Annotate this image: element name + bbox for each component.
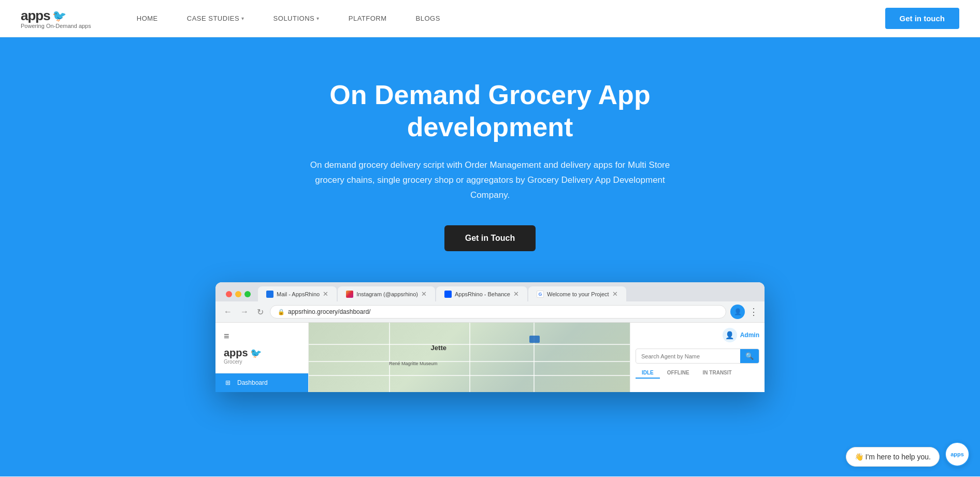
logo-word: apps — [21, 8, 50, 24]
chevron-down-icon: ▾ — [316, 16, 320, 21]
sidebar-item-dashboard[interactable]: ⊞ Dashboard — [215, 373, 308, 392]
agent-tab-in-transit[interactable]: IN TRANSIT — [697, 368, 738, 379]
navbar-cta: Get in touch — [885, 8, 960, 29]
browser-frame: Mail - AppsRhino ✕ Instagram (@appsrhino… — [215, 282, 765, 392]
google-tab-icon: G — [537, 291, 544, 298]
map-city-label: Jette — [431, 344, 446, 352]
hero-section: On Demand Grocery App development On dem… — [0, 37, 980, 476]
nav-item-platform[interactable]: PLATFORM — [334, 0, 401, 37]
nav-links: HOME CASE STUDIES ▾ SOLUTIONS ▾ PLATFORM… — [122, 0, 885, 37]
mail-tab-icon — [266, 291, 273, 298]
instagram-tab-icon — [346, 291, 353, 298]
nav-item-home[interactable]: HOME — [122, 0, 172, 37]
close-icon[interactable]: ✕ — [421, 290, 427, 298]
browser-tab-mail[interactable]: Mail - AppsRhino ✕ — [258, 286, 337, 301]
agent-tab-idle[interactable]: IDLE — [636, 368, 660, 379]
sidebar-logo: ≡ apps 🐦 Grocery — [215, 323, 308, 373]
nav-item-case-studies[interactable]: CASE STUDIES ▾ — [172, 0, 259, 37]
map-placeholder: Jette René Magritte Museum — [309, 323, 630, 392]
behance-tab-icon — [444, 291, 452, 298]
traffic-lights — [220, 291, 257, 297]
tab-label-instagram: Instagram (@appsrhino) — [356, 291, 418, 297]
browser-refresh-button[interactable]: ↻ — [255, 306, 266, 318]
traffic-light-green[interactable] — [244, 291, 251, 297]
traffic-light-yellow[interactable] — [235, 291, 241, 297]
browser-back-button[interactable]: ← — [222, 306, 234, 317]
search-agent-button[interactable]: 🔍 — [740, 349, 759, 363]
browser-tab-instagram[interactable]: Instagram (@appsrhino) ✕ — [338, 286, 435, 301]
close-icon[interactable]: ✕ — [513, 290, 519, 298]
hero-cta-button[interactable]: Get in Touch — [444, 225, 536, 251]
sidebar-bird-icon: 🐦 — [250, 348, 262, 359]
tab-label-mail: Mail - AppsRhino — [277, 291, 320, 297]
browser-menu-icon[interactable]: ⋮ — [749, 306, 758, 317]
lock-icon: 🔒 — [278, 309, 285, 315]
app-sidebar: ≡ apps 🐦 Grocery ⊞ Dashboard — [215, 323, 309, 392]
browser-forward-button[interactable]: → — [238, 306, 251, 317]
browser-tab-google[interactable]: G Welcome to your Project ✕ — [528, 286, 626, 301]
hamburger-icon[interactable]: ≡ — [224, 331, 229, 342]
tab-label-behance: AppsRhino - Behance — [455, 291, 510, 297]
hero-title: On Demand Grocery App development — [309, 79, 671, 143]
map-view: Jette René Magritte Museum — [309, 323, 630, 392]
dashboard-icon: ⊞ — [224, 379, 232, 387]
chat-bubble: 👋 I'm here to help you. — [846, 447, 940, 467]
map-marker — [529, 336, 540, 343]
chat-avatar-button[interactable]: apps — [945, 442, 970, 467]
chevron-down-icon: ▾ — [241, 16, 244, 21]
search-agent-bar: 🔍 — [636, 349, 759, 364]
logo-bird-icon: 🐦 — [52, 9, 66, 23]
get-in-touch-button[interactable]: Get in touch — [885, 8, 960, 29]
sidebar-logo-word: apps — [224, 347, 248, 359]
admin-avatar-icon: 👤 — [723, 328, 737, 342]
hero-subtitle: On demand grocery delivery script with O… — [304, 158, 676, 203]
navbar: apps 🐦 Powering On-Demand apps HOME CASE… — [0, 0, 980, 37]
logo-tagline: Powering On-Demand apps — [21, 23, 91, 29]
nav-item-blogs[interactable]: BLOGS — [401, 0, 455, 37]
agent-tab-offline[interactable]: OFFLINE — [661, 368, 696, 379]
nav-item-solutions[interactable]: SOLUTIONS ▾ — [259, 0, 334, 37]
sidebar-logo-sub: Grocery — [224, 359, 242, 365]
map-museum-label: René Magritte Museum — [389, 361, 438, 366]
chat-bubble-text: 👋 I'm here to help you. — [855, 453, 931, 461]
sidebar-item-label: Dashboard — [237, 379, 268, 386]
browser-mockup: Mail - AppsRhino ✕ Instagram (@appsrhino… — [215, 282, 765, 392]
browser-tabs-bar: Mail - AppsRhino ✕ Instagram (@appsrhino… — [215, 282, 765, 301]
browser-tab-behance[interactable]: AppsRhino - Behance ✕ — [436, 286, 527, 301]
logo: apps 🐦 Powering On-Demand apps — [21, 8, 91, 29]
browser-toolbar: ← → ↻ 🔒 appsrhino.grocery/dashboard/ 👤 ⋮ — [215, 301, 765, 323]
browser-content: ≡ apps 🐦 Grocery ⊞ Dashboard — [215, 323, 765, 392]
browser-url-bar[interactable]: 🔒 appsrhino.grocery/dashboard/ — [270, 305, 726, 319]
close-icon[interactable]: ✕ — [323, 290, 328, 298]
admin-label: Admin — [740, 331, 759, 339]
right-panel: 👤 Admin 🔍 IDLE OFFLINE IN TRANSIT — [630, 323, 765, 392]
search-agent-input[interactable] — [636, 350, 740, 363]
close-icon[interactable]: ✕ — [612, 290, 618, 298]
chat-widget: 👋 I'm here to help you. apps — [846, 442, 970, 467]
agent-tabs: IDLE OFFLINE IN TRANSIT — [636, 368, 759, 379]
chat-avatar-label: apps — [950, 451, 964, 457]
traffic-light-red[interactable] — [226, 291, 232, 297]
url-text: appsrhino.grocery/dashboard/ — [288, 308, 370, 315]
tab-label-google: Welcome to your Project — [547, 291, 609, 297]
browser-user-avatar: 👤 — [730, 305, 745, 319]
